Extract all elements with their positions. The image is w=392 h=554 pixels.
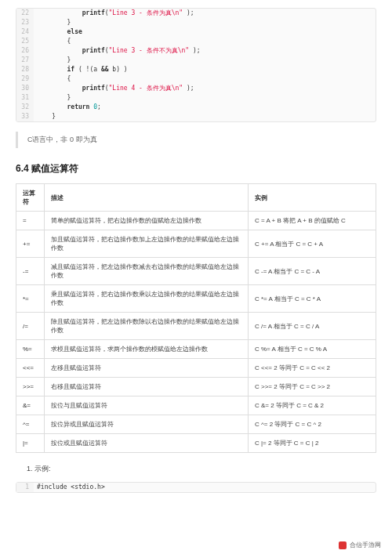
example-cell: C ^= 2 等同于 C = C ^ 2: [249, 415, 376, 434]
code-line: 22 printf("Line 3 - 条件为真\n" );: [16, 9, 376, 18]
example-cell: C += A 相当于 C = C + A: [249, 230, 376, 258]
line-content: printf("Line 3 - 条件不为真\n" );: [34, 46, 201, 56]
table-row: =简单的赋值运算符，把右边操作数的值赋给左边操作数C = A + B 将把 A …: [16, 212, 376, 230]
table-row: -=减且赋值运算符，把左边操作数减去右边操作数的结果赋值给左边操作数C -= A…: [16, 258, 376, 285]
table-header-row: 运算符描述实例: [16, 184, 376, 212]
operator-cell: =: [16, 212, 45, 230]
operator-cell: %=: [16, 340, 45, 359]
line-number: 30: [16, 84, 34, 93]
code-line: 27 }: [16, 56, 376, 65]
line-number: 1: [16, 483, 34, 492]
operator-cell: |=: [16, 434, 45, 453]
operator-cell: <<=: [16, 359, 45, 378]
description-cell: 按位与且赋值运算符: [45, 396, 249, 415]
operator-cell: /=: [16, 313, 45, 340]
line-number: 29: [16, 74, 34, 84]
line-content: if ( !(a && b) ): [34, 65, 128, 74]
example-cell: C /= A 相当于 C = C / A: [249, 313, 376, 340]
table-row: <<=左移且赋值运算符C <<= 2 等同于 C = C << 2: [16, 359, 376, 378]
code-line: 28 if ( !(a && b) ): [16, 65, 376, 74]
line-content: {: [34, 74, 71, 84]
line-number: 33: [16, 112, 34, 121]
table-row: ^=按位异或且赋值运算符C ^= 2 等同于 C = C ^ 2: [16, 415, 376, 434]
description-cell: 加且赋值运算符，把右边操作数加上左边操作数的结果赋值给左边操作数: [45, 230, 249, 258]
line-number: 27: [16, 56, 34, 65]
table-row: /=除且赋值运算符，把左边操作数除以右边操作数的结果赋值给左边操作数C /= A…: [16, 313, 376, 340]
line-content: printf("Line 3 - 条件为真\n" );: [34, 9, 194, 18]
description-cell: 右移且赋值运算符: [45, 378, 249, 396]
table-row: %=求模且赋值运算符，求两个操作数的模赋值给左边操作数C %= A 相当于 C …: [16, 340, 376, 359]
table-row: +=加且赋值运算符，把右边操作数加上左边操作数的结果赋值给左边操作数C += A…: [16, 230, 376, 258]
line-number: 26: [16, 46, 34, 56]
line-content: return 0;: [34, 103, 101, 112]
line-number: 25: [16, 37, 34, 46]
table-row: &=按位与且赋值运算符C &= 2 等同于 C = C & 2: [16, 396, 376, 415]
line-content: else: [34, 27, 82, 37]
description-cell: 简单的赋值运算符，把右边操作数的值赋给左边操作数: [45, 212, 249, 230]
example-cell: C &= 2 等同于 C = C & 2: [249, 396, 376, 415]
code-block-1: 22 printf("Line 3 - 条件为真\n" );23 }24 els…: [16, 8, 376, 122]
example-cell: C >>= 2 等同于 C = C >> 2: [249, 378, 376, 396]
code-line: 32 return 0;: [16, 103, 376, 112]
table-header-cell: 运算符: [16, 184, 45, 212]
code-line: 24 else: [16, 27, 376, 37]
operator-cell: >>=: [16, 378, 45, 396]
line-number: 32: [16, 103, 34, 112]
code-line: 23 }: [16, 18, 376, 27]
example-cell: C = A + B 将把 A + B 的值赋给 C: [249, 212, 376, 230]
description-cell: 除且赋值运算符，把左边操作数除以右边操作数的结果赋值给左边操作数: [45, 313, 249, 340]
line-content: }: [34, 112, 56, 121]
description-cell: 减且赋值运算符，把左边操作数减去右边操作数的结果赋值给左边操作数: [45, 258, 249, 285]
code-line: 26 printf("Line 3 - 条件不为真\n" );: [16, 46, 376, 56]
line-content: printf("Line 4 - 条件为真\n" );: [34, 84, 194, 93]
line-content: }: [34, 93, 71, 103]
line-content: }: [34, 18, 71, 27]
line-number: 28: [16, 65, 34, 74]
operator-cell: ^=: [16, 415, 45, 434]
code-line: 1#include <stdio.h>: [16, 483, 376, 492]
section-heading: 6.4 赋值运算符: [16, 162, 376, 176]
table-header-cell: 描述: [45, 184, 249, 212]
table-header-cell: 实例: [249, 184, 376, 212]
code-line: 25 {: [16, 37, 376, 46]
line-number: 31: [16, 93, 34, 103]
quote-block: C语言中，非 0 即为真: [16, 132, 376, 148]
code-line: 30 printf("Line 4 - 条件为真\n" );: [16, 84, 376, 93]
line-number: 24: [16, 27, 34, 37]
example-cell: C <<= 2 等同于 C = C << 2: [249, 359, 376, 378]
line-content: {: [34, 37, 71, 46]
example-list-item: 1. 示例:: [27, 464, 376, 474]
line-number: 22: [16, 9, 34, 18]
table-row: |=按位或且赋值运算符C |= 2 等同于 C = C | 2: [16, 434, 376, 453]
line-content: }: [34, 56, 71, 65]
code-line: 29 {: [16, 74, 376, 84]
example-cell: C %= A 相当于 C = C % A: [249, 340, 376, 359]
example-cell: C |= 2 等同于 C = C | 2: [249, 434, 376, 453]
operator-cell: *=: [16, 285, 45, 313]
description-cell: 按位异或且赋值运算符: [45, 415, 249, 434]
code-line: 31 }: [16, 93, 376, 103]
description-cell: 按位或且赋值运算符: [45, 434, 249, 453]
description-cell: 求模且赋值运算符，求两个操作数的模赋值给左边操作数: [45, 340, 249, 359]
operator-cell: +=: [16, 230, 45, 258]
code-line: 33 }: [16, 112, 376, 121]
table-row: *=乘且赋值运算符，把右边操作数乘以左边操作数的结果赋值给左边操作数C *= A…: [16, 285, 376, 313]
description-cell: 左移且赋值运算符: [45, 359, 249, 378]
description-cell: 乘且赋值运算符，把右边操作数乘以左边操作数的结果赋值给左边操作数: [45, 285, 249, 313]
line-content: #include <stdio.h>: [34, 483, 105, 492]
line-number: 23: [16, 18, 34, 27]
example-cell: C -= A 相当于 C = C - A: [249, 258, 376, 285]
operators-table: 运算符描述实例=简单的赋值运算符，把右边操作数的值赋给左边操作数C = A + …: [16, 183, 376, 453]
operator-cell: &=: [16, 396, 45, 415]
operator-cell: -=: [16, 258, 45, 285]
code-block-2: 1#include <stdio.h>: [16, 482, 376, 493]
example-cell: C *= A 相当于 C = C * A: [249, 285, 376, 313]
table-row: >>=右移且赋值运算符C >>= 2 等同于 C = C >> 2: [16, 378, 376, 396]
